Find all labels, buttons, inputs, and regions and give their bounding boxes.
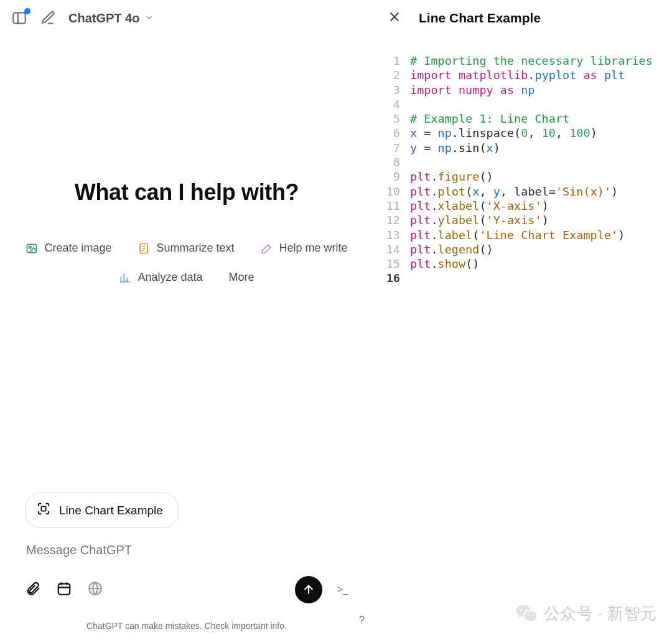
document-icon [138,242,150,255]
prompt-caret: >_ [337,584,348,595]
code-editor[interactable]: 1# Importing the necessary libraries2imp… [374,36,672,642]
code-line[interactable]: 1# Importing the necessary libraries [374,54,661,68]
help-button[interactable]: ? [359,615,365,626]
suggestion-summarize-text[interactable]: Summarize text [134,239,238,257]
code-line[interactable]: 11plt.xlabel('X-axis') [374,199,661,213]
scan-icon [37,502,50,519]
code-line[interactable]: 14plt.legend() [374,242,661,257]
composer: Line Chart Example >_ ChatGPT can make m… [0,493,373,642]
line-number: 1 [374,54,410,68]
line-number: 4 [374,97,410,111]
line-number: 15 [374,257,410,271]
code-line[interactable]: 13plt.label('Line Chart Example') [374,228,661,242]
suggestion-label: Summarize text [156,242,234,255]
web-button[interactable] [87,580,103,599]
chart-icon [119,271,131,284]
disclaimer: ChatGPT can make mistakes. Check importa… [25,621,348,631]
code-line[interactable]: 10plt.plot(x, y, label='Sin(x)') [374,184,661,199]
code-line[interactable]: 5# Example 1: Line Chart [374,111,661,126]
image-icon [26,242,38,255]
sidebar-toggle-button[interactable] [11,10,27,26]
code-content: # Importing the necessary libraries [410,54,661,68]
attachment-chip[interactable]: Line Chart Example [25,493,179,528]
new-chat-button[interactable] [40,10,56,26]
line-number: 2 [374,68,410,82]
canvas-header: Line Chart Example [374,0,672,36]
top-bar: ChatGPT 4o [0,0,373,36]
code-line[interactable]: 3import numpy as np [374,83,661,97]
close-icon [388,10,401,24]
watermark-text: 公众号 · 新智元 [544,603,657,625]
svg-rect-0 [13,12,26,23]
suggestion-label: Help me write [279,242,348,255]
pen-icon [261,242,273,255]
line-number: 7 [374,141,410,155]
code-content [410,155,661,169]
suggestion-analyze-data[interactable]: Analyze data [115,268,206,286]
code-content: plt.figure() [410,169,661,184]
code-content: import matplotlib.pyplot as plt [410,68,661,82]
suggestion-label: Analyze data [138,271,202,284]
code-line[interactable]: 15plt.show() [374,257,661,271]
suggestion-label: Create image [44,242,111,255]
code-content: plt.ylabel('Y-axis') [410,213,661,227]
attachment-label: Line Chart Example [59,504,163,517]
code-content: y = np.sin(x) [410,141,661,155]
code-line[interactable]: 8 [374,155,661,169]
code-line[interactable]: 4 [374,97,661,111]
notification-dot [24,8,30,14]
code-line[interactable]: 16 [374,271,661,285]
line-number: 12 [374,213,410,227]
line-number: 5 [374,111,410,126]
hero-section: What can I help with? Create image Summa… [0,179,373,286]
wechat-icon [515,602,538,625]
code-content: # Example 1: Line Chart [410,111,661,126]
line-number: 6 [374,126,410,140]
send-button[interactable] [295,576,322,603]
suggestion-row: Create image Summarize text Help me writ… [12,239,361,286]
model-name: ChatGPT 4o [68,11,139,26]
svg-rect-5 [58,583,70,594]
line-number: 10 [374,184,410,199]
code-content: plt.xlabel('X-axis') [410,199,661,213]
suggestion-more[interactable]: More [225,268,258,286]
message-input[interactable] [25,541,348,560]
calendar-icon [56,580,72,597]
line-number: 13 [374,228,410,242]
headline: What can I help with? [75,179,299,205]
tools-button[interactable] [56,580,72,599]
new-chat-icon [40,10,56,26]
line-number: 14 [374,242,410,257]
canvas-panel: Line Chart Example 1# Importing the nece… [373,0,672,642]
code-content: import numpy as np [410,83,661,97]
code-content: plt.show() [410,257,661,271]
paperclip-icon [25,580,41,597]
attach-button[interactable] [25,580,41,599]
svg-rect-4 [41,506,45,511]
code-line[interactable]: 2import matplotlib.pyplot as plt [374,68,661,82]
code-line[interactable]: 7y = np.sin(x) [374,141,661,155]
code-content: plt.plot(x, y, label='Sin(x)') [410,184,661,199]
svg-point-2 [29,246,31,248]
line-number: 16 [374,271,410,285]
canvas-title: Line Chart Example [419,11,541,26]
code-content: plt.legend() [410,242,661,257]
code-line[interactable]: 9plt.figure() [374,169,661,184]
suggestion-help-me-write[interactable]: Help me write [257,239,352,257]
code-content [410,271,661,285]
model-picker[interactable]: ChatGPT 4o [68,11,154,26]
suggestion-label: More [229,271,254,284]
line-number: 11 [374,199,410,213]
line-number: 9 [374,169,410,184]
chat-panel: ChatGPT 4o What can I help with? Create … [0,0,373,642]
code-line[interactable]: 6x = np.linspace(0, 10, 100) [374,126,661,140]
line-number: 8 [374,155,410,169]
code-content: plt.label('Line Chart Example') [410,228,661,242]
code-line[interactable]: 12plt.ylabel('Y-axis') [374,213,661,227]
globe-icon [87,580,103,597]
close-canvas-button[interactable] [388,10,401,26]
code-content: x = np.linspace(0, 10, 100) [410,126,661,140]
suggestion-create-image[interactable]: Create image [22,239,115,257]
code-content [410,97,661,111]
chevron-down-icon [144,11,154,26]
